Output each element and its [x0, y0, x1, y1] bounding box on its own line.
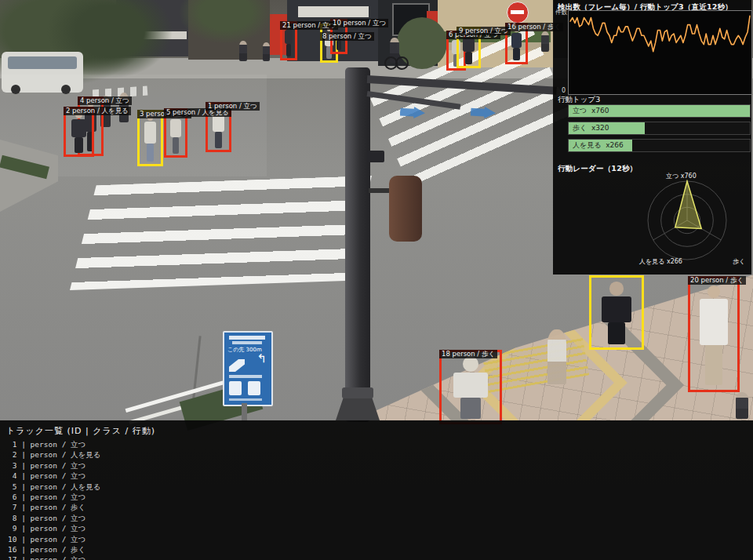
behavior-bar-label: 人を見る x266 — [573, 140, 624, 151]
radar-panel: 行動レーダー（12秒） 立つ x760 歩く 人を見る x266 — [553, 162, 751, 275]
line-series — [570, 16, 750, 51]
person-torso — [285, 30, 292, 44]
yaxis-zero: 0 — [562, 87, 566, 94]
track-row: 3 | person / 立つ — [8, 460, 101, 471]
person-figure — [601, 282, 633, 344]
detection-box-1: 1 person / 立つ — [206, 102, 231, 152]
radar-axis-label-walking: 歩く — [733, 257, 745, 266]
track-row: 4 | person / 立つ — [8, 471, 101, 481]
detection-box-20: 20 person / 歩く — [688, 276, 740, 392]
radar-title: 行動レーダー（12秒） — [553, 162, 751, 174]
yaxis-label: 件数 — [555, 9, 567, 16]
person-legs — [336, 40, 341, 51]
track-list: 1 | person / 立つ 2 | person / 人を見る 3 | pe… — [8, 439, 101, 560]
track-row: 5 | person / 人を見る — [8, 482, 101, 492]
person-head — [609, 282, 623, 295]
track-row: 9 | person / 立つ — [8, 523, 101, 533]
track-row: 7 | person / 歩く — [8, 502, 101, 512]
detection-box-2: 2 person / 人を見る — [64, 107, 94, 157]
track-row: 17 | person / 立つ — [8, 555, 101, 560]
track-row: 8 | person / 立つ — [8, 513, 101, 523]
person-torso — [453, 373, 488, 398]
person-legs — [705, 345, 722, 385]
person-figure — [285, 26, 293, 57]
radar-axis-label-standing: 立つ x760 — [666, 172, 697, 180]
track-row: 6 | person / 立つ — [8, 492, 101, 502]
detection-label: 4 person / 立つ — [78, 96, 132, 105]
detection-box-3: 3 person / 立つ — [137, 110, 163, 166]
detection-label: 8 person / 立つ — [320, 32, 374, 41]
person-figure — [452, 356, 489, 419]
track-row: 1 | person / 立つ — [8, 439, 101, 449]
behavior-bar-label: 歩く x320 — [573, 123, 609, 133]
detection-label: 1 person / 立つ — [206, 102, 260, 111]
person-torso — [170, 119, 181, 137]
person-legs — [460, 398, 482, 420]
person-legs — [513, 48, 519, 60]
person-figure — [511, 27, 522, 60]
track-row: 2 | person / 人を見る — [8, 449, 101, 460]
person-torso — [602, 296, 631, 322]
person-legs — [173, 137, 180, 153]
cv-monitor-screen: この先 300m ↰ 21 person / 立つ8 person / 立つ10… — [0, 0, 753, 560]
track-row: 10 | person / 立つ — [8, 534, 101, 544]
person-head — [463, 356, 478, 372]
detection-label: 2 person / 人を見る — [64, 107, 131, 115]
detection-box-5: 5 person / 人を見る — [164, 108, 187, 158]
person-torso — [511, 33, 522, 48]
person-torso — [71, 119, 86, 137]
person-legs — [147, 144, 155, 162]
person-legs — [286, 44, 291, 56]
radar-chart — [646, 180, 728, 261]
person-legs — [215, 132, 223, 147]
behavior-bar: 歩く x320 — [568, 122, 751, 135]
detection-label: 9 person / 立つ — [457, 27, 511, 35]
track-list-title: トラック一覧 (ID | クラス / 行動) — [0, 420, 753, 437]
person-head — [708, 285, 720, 298]
track-list-panel: トラック一覧 (ID | クラス / 行動) 1 | person / 立つ 2… — [0, 420, 753, 560]
behavior-bars: 立つ x760歩く x320人を見る x266 — [568, 104, 751, 156]
person-figure — [144, 115, 157, 162]
detection-box-16: 16 person / 歩く — [505, 23, 528, 64]
frame-count-line-svg — [569, 11, 751, 94]
person-figure — [71, 111, 87, 152]
frame-count-chart — [568, 10, 752, 95]
track-row: 16 | person / 歩く — [8, 544, 101, 555]
person-figure — [169, 113, 181, 153]
behavior-bar-label: 立つ x760 — [573, 106, 609, 116]
person-torso — [144, 122, 157, 143]
behavior-bar: 立つ x760 — [568, 104, 751, 118]
person-legs — [465, 52, 472, 64]
detection-box-21: 21 person / 立つ — [280, 21, 297, 60]
detection-label: 18 person / 歩く — [439, 350, 497, 358]
person-figure — [699, 285, 729, 386]
detection-box-18: 18 person / 歩く — [439, 350, 502, 424]
radar-axis-label-looking: 人を見る x266 — [639, 257, 682, 266]
detection-label: 21 person / 立つ — [280, 21, 338, 30]
person-torso — [700, 299, 727, 345]
person-legs — [75, 137, 84, 153]
detection-box-9: 9 person / 立つ — [457, 27, 481, 68]
detection-label: 10 person / 立つ — [330, 19, 388, 27]
detection-label: 20 person / 歩く — [688, 276, 746, 285]
detection-box-anon — [589, 275, 644, 350]
person-torso — [463, 38, 475, 53]
behavior-bar: 人を見る x266 — [568, 139, 751, 152]
person-legs — [608, 322, 626, 345]
detection-chart-panel: 検出数（フレーム毎）/ 行動トップ3（直近12秒） 件数 0 行動トップ3 立つ… — [553, 0, 751, 162]
